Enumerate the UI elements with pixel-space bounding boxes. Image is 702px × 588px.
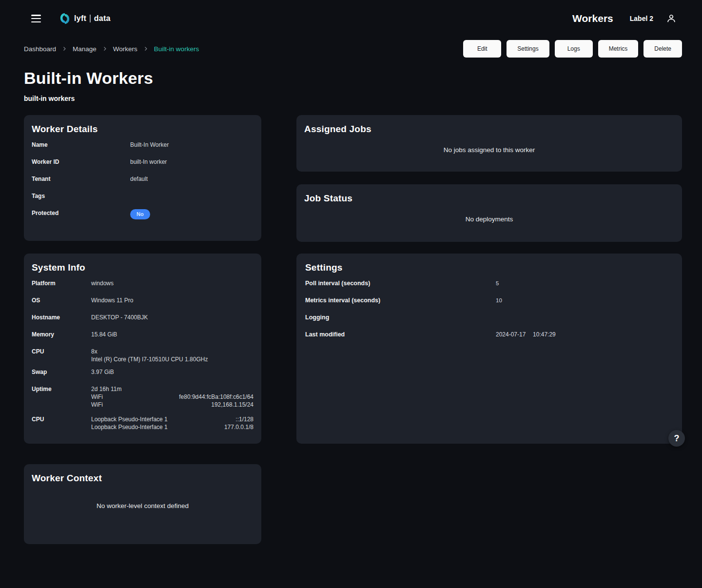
top-bar: lyft data Workers Label 2 [0, 0, 702, 37]
protected-status-badge: No [130, 209, 150, 219]
interface-name: WiFi [91, 393, 103, 401]
breadcrumb-workers[interactable]: Workers [113, 45, 137, 53]
row-label: Platform [32, 279, 91, 287]
row-label: Tags [32, 192, 130, 200]
page-subtitle: built-in workers [24, 95, 682, 102]
page-title: Built-in Workers [24, 69, 682, 88]
row-label: Poll interval (seconds) [305, 279, 496, 287]
system-info-card: System Info Platform windows OS Windows … [24, 254, 261, 444]
worker-details-title: Worker Details [32, 124, 254, 135]
chevron-right-icon [102, 46, 108, 52]
row-label: Logging [305, 314, 496, 321]
delete-button[interactable]: Delete [644, 40, 682, 58]
settings-row: Last modified 2024-07-17 10:47:29 [305, 331, 673, 348]
row-label: Worker ID [32, 158, 130, 166]
interface-address: 177.0.0.1/8 [224, 423, 254, 431]
row-value-line: Intel (R) Core (TM) I7-10510U CPU 1.80GH… [91, 355, 254, 363]
network-interface-row: Loopback Pseudo-Interface 1 ::1/128 [91, 415, 254, 423]
system-info-row: Swap 3.97 GiB [32, 368, 254, 385]
settings-row: Metrics interval (seconds) 10 [305, 296, 673, 314]
metrics-button[interactable]: Metrics [598, 40, 639, 58]
row-value: built-In worker [130, 158, 254, 166]
lyft-data-logo-icon [59, 12, 70, 25]
worker-context-empty-text: No worker-level context defined [32, 502, 254, 510]
job-status-title: Job Status [304, 193, 674, 204]
chevron-right-icon [61, 46, 67, 52]
worker-details-row: Worker ID built-In worker [32, 158, 254, 175]
worker-context-title: Worker Context [32, 473, 254, 484]
logo[interactable]: lyft data [59, 12, 111, 25]
row-value: windows [91, 279, 254, 287]
user-account-icon[interactable] [666, 13, 677, 24]
network-interface-row: WiFi 192,168.1.15/24 [91, 401, 254, 409]
last-modified-date: 2024-07-17 [496, 331, 526, 338]
settings-title: Settings [305, 262, 673, 273]
main-content: Dashboard Manage Workers Built-in worker… [0, 40, 702, 544]
row-label: OS [32, 296, 91, 304]
interface-name: Loopback Pseudo-Interface 1 [91, 415, 168, 423]
assigned-jobs-card: Assigned Jobs No jobs assigned to this w… [296, 115, 682, 172]
logo-divider [90, 15, 91, 22]
job-status-empty-text: No deployments [304, 216, 674, 223]
question-mark-icon: ? [674, 433, 680, 444]
row-label: Swap [32, 368, 91, 376]
network-interface-row: WiFi fe80:9d44:fcBa:108f:c6c1/64 [91, 393, 254, 401]
logs-button[interactable]: Logs [555, 40, 593, 58]
system-info-title: System Info [32, 262, 254, 273]
row-label: Memory [32, 331, 91, 338]
row-label: Metrics interval (seconds) [305, 296, 496, 304]
row-value: 5 [496, 279, 673, 287]
help-button[interactable]: ? [668, 430, 685, 447]
breadcrumb: Dashboard Manage Workers Built-in worker… [24, 45, 199, 53]
row-label: Last modified [305, 331, 496, 338]
system-info-row: CPU Loopback Pseudo-Interface 1 ::1/128 … [32, 415, 254, 434]
interface-address: 192,168.1.15/24 [211, 401, 254, 409]
interface-address: ::1/128 [235, 415, 254, 423]
worker-details-card: Worker Details Name Built-In Worker Work… [24, 115, 261, 241]
interface-name: Loopback Pseudo-Interface 1 [91, 423, 168, 431]
last-modified-time: 10:47:29 [533, 331, 556, 338]
system-info-row: OS Windows 11 Pro [32, 296, 254, 314]
system-info-row: Uptime 2d 16h 11m WiFi fe80:9d44:fcBa:10… [32, 385, 254, 415]
logo-text-secondary: data [94, 14, 111, 23]
breadcrumb-dashboard[interactable]: Dashboard [24, 45, 56, 53]
topbar-label[interactable]: Label 2 [630, 15, 653, 22]
worker-details-row: Protected No [32, 209, 254, 226]
system-info-row: Memory 15.84 GiB [32, 331, 254, 348]
row-value-line: 2d 16h 11m [91, 385, 254, 393]
row-value: Built-In Worker [130, 141, 254, 149]
assigned-jobs-title: Assigned Jobs [304, 124, 674, 135]
row-value: default [130, 175, 254, 183]
settings-row: Logging [305, 314, 673, 331]
hamburger-menu-icon[interactable] [31, 15, 41, 22]
row-label: Name [32, 141, 130, 149]
interface-address: fe80:9d44:fcBa:108f:c6c1/64 [179, 393, 254, 401]
logo-text-primary: lyft [74, 14, 86, 23]
row-label: Hostname [32, 314, 91, 321]
worker-details-row: Tags [32, 192, 254, 209]
system-info-row: Platform windows [32, 279, 254, 296]
action-buttons: Edit Settings Logs Metrics Delete [463, 40, 682, 58]
row-value-line: 8x [91, 348, 254, 355]
row-value: 3.97 GiB [91, 368, 254, 376]
worker-details-row: Name Built-In Worker [32, 141, 254, 158]
system-info-row: CPU 8x Intel (R) Core (TM) I7-10510U CPU… [32, 348, 254, 368]
worker-details-row: Tenant default [32, 175, 254, 192]
settings-row: Poll interval (seconds) 5 [305, 279, 673, 296]
chevron-right-icon [143, 46, 149, 52]
worker-context-card: Worker Context No worker-level context d… [24, 464, 261, 544]
assigned-jobs-empty-text: No jobs assigned to this worker [304, 146, 674, 154]
breadcrumb-built-in-workers: Built-in workers [154, 45, 199, 53]
row-label: Uptime [32, 385, 91, 393]
system-info-row: Hostname DESKTOP - 7400BJK [32, 314, 254, 331]
settings-card: Settings Poll interval (seconds) 5 Metri… [296, 254, 682, 444]
row-value: 15.84 GiB [91, 331, 254, 338]
job-status-card: Job Status No deployments [296, 184, 682, 242]
row-label: Tenant [32, 175, 130, 183]
topbar-title: Workers [572, 13, 613, 24]
row-label: Protected [32, 209, 130, 217]
settings-button[interactable]: Settings [507, 40, 549, 58]
network-interface-row: Loopback Pseudo-Interface 1 177.0.0.1/8 [91, 423, 254, 431]
edit-button[interactable]: Edit [463, 40, 501, 58]
breadcrumb-manage[interactable]: Manage [73, 45, 97, 53]
